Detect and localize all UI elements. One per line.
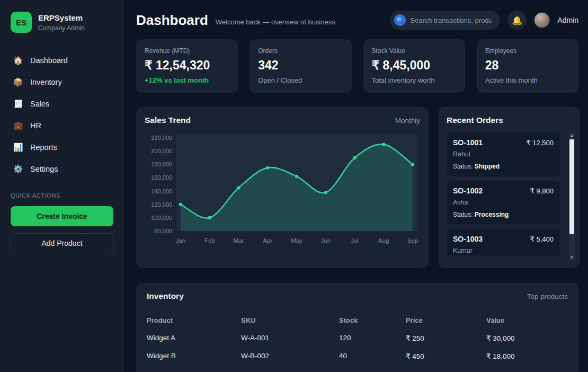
orders-scrollbar[interactable]: ▲ ▼	[569, 132, 575, 261]
svg-text:Jan: Jan	[176, 237, 186, 244]
header-actions: 🔍 🔔 Admin	[390, 11, 578, 30]
kpi-label: Employees	[485, 47, 570, 55]
column-header: Product	[147, 316, 241, 324]
create-invoice-button[interactable]: Create Invoice	[11, 206, 113, 226]
cell-price: ₹ 250	[406, 334, 486, 342]
sidebar-item-label: Sales	[30, 100, 49, 108]
order-amount: ₹ 9,800	[530, 187, 554, 195]
svg-text:160,000: 160,000	[151, 174, 172, 181]
order-status: Status: Shipped	[453, 163, 554, 170]
sidebar-item-dashboard[interactable]: 🏠 Dashboard	[11, 53, 113, 68]
app-root: ES ERPSystem Company Admin 🏠 Dashboard 📦…	[0, 0, 588, 372]
svg-text:220,000: 220,000	[151, 135, 172, 141]
sales-trend-title: Sales Trend	[145, 116, 191, 125]
column-header: SKU	[241, 316, 339, 324]
cell-product: Widget B	[147, 352, 241, 360]
sidebar-item-sales[interactable]: 🧾 Sales	[11, 96, 113, 111]
sidebar-item-reports[interactable]: 📊 Reports	[11, 140, 113, 155]
sidebar-nav: 🏠 Dashboard 📦 Inventory 🧾 Sales 💼 HR 📊 R…	[11, 53, 113, 176]
kpi-label: Orders	[258, 47, 343, 55]
cell-sku: W-A-001	[241, 334, 339, 342]
svg-text:Apr: Apr	[263, 237, 272, 244]
app-name: ERPSystem	[38, 13, 85, 22]
cell-product: Widget A	[147, 334, 241, 342]
app-logo: ES	[11, 12, 32, 33]
sidebar-item-inventory[interactable]: 📦 Inventory	[11, 75, 113, 90]
svg-text:100,000: 100,000	[151, 215, 172, 221]
kpi-value: 342	[258, 58, 343, 73]
page-title: Dashboard	[136, 12, 208, 29]
inventory-subtitle: Top products	[527, 293, 568, 300]
kpi-subtext: Active this month	[485, 76, 570, 84]
svg-text:80,000: 80,000	[154, 228, 172, 234]
search-input[interactable]	[410, 16, 492, 24]
inventory-table: Product SKU Stock Price Value Widget A W…	[147, 312, 568, 365]
scrollbar-up-arrow[interactable]: ▲	[569, 132, 575, 139]
order-list-item[interactable]: SO-1002 ₹ 9,800 Asha Status: Processing	[447, 181, 560, 224]
svg-text:180,000: 180,000	[151, 161, 172, 167]
column-header: Value	[486, 316, 568, 324]
sidebar-item-label: Settings	[30, 165, 58, 173]
app-subtitle: Company Admin	[38, 24, 85, 32]
order-amount: ₹ 12,500	[526, 139, 554, 147]
order-status: Status: Processing	[453, 211, 554, 218]
orders-list: SO-1001 ₹ 12,500 Rahul Status: Shipped S…	[447, 132, 572, 255]
order-list-item[interactable]: SO-1001 ₹ 12,500 Rahul Status: Shipped	[447, 132, 560, 176]
sales-icon: 🧾	[13, 99, 23, 109]
page-subtitle: Welcome back — overview of business	[216, 18, 335, 26]
order-id: SO-1001	[453, 138, 483, 147]
table-row: Widget B W-B-002 40 ₹ 450 ₹ 18,000	[147, 347, 568, 365]
svg-text:200,000: 200,000	[151, 148, 172, 154]
kpi-card-stock-value: Stock Value ₹ 8,45,000 Total inventory w…	[363, 39, 465, 93]
order-id: SO-1003	[453, 235, 483, 243]
add-product-button[interactable]: Add Product	[11, 233, 113, 253]
kpi-subtext: Total inventory worth	[372, 76, 457, 84]
brand: ES ERPSystem Company Admin	[11, 12, 113, 33]
avatar[interactable]	[534, 12, 550, 28]
column-header: Price	[406, 316, 486, 324]
svg-text:Mar: Mar	[234, 237, 244, 244]
cell-stock: 40	[339, 352, 406, 360]
search-bar[interactable]: 🔍	[390, 11, 500, 30]
kpi-label: Stock Value	[372, 47, 457, 55]
cell-sku: W-B-002	[241, 352, 339, 360]
page-header: Dashboard Welcome back — overview of bus…	[136, 8, 578, 32]
inventory-icon: 📦	[13, 77, 23, 87]
settings-gear-icon: ⚙️	[13, 164, 23, 174]
recent-orders-card: Recent Orders SO-1001 ₹ 12,500 Rahul Sta…	[438, 107, 580, 268]
svg-text:Aug: Aug	[378, 237, 389, 244]
kpi-value: 28	[485, 58, 570, 73]
kpi-card-employees: Employees 28 Active this month	[477, 39, 578, 93]
sidebar-item-label: Reports	[30, 143, 57, 152]
sidebar-item-hr[interactable]: 💼 HR	[11, 118, 113, 133]
order-list-item[interactable]: SO-1003 ₹ 5,400 Kumar Status: Delivered	[447, 229, 560, 255]
recent-orders-title: Recent Orders	[447, 116, 503, 125]
cell-value: ₹ 30,000	[486, 334, 568, 342]
sidebar: ES ERPSystem Company Admin 🏠 Dashboard 📦…	[0, 0, 124, 372]
order-id: SO-1002	[453, 187, 483, 195]
sales-trend-card: Sales Trend Monthly 220,000200,000180,00…	[136, 107, 429, 268]
sidebar-item-label: Dashboard	[30, 56, 68, 65]
period-selector[interactable]: Monthly	[395, 117, 420, 125]
sidebar-item-settings[interactable]: ⚙️ Settings	[11, 162, 113, 176]
cell-value: ₹ 18,000	[486, 352, 568, 360]
svg-text:140,000: 140,000	[151, 188, 172, 194]
table-header-row: Product SKU Stock Price Value	[147, 312, 568, 329]
order-customer: Asha	[453, 199, 554, 206]
scrollbar-thumb[interactable]	[569, 139, 574, 234]
svg-text:Jun: Jun	[321, 237, 331, 244]
user-label[interactable]: Admin	[557, 16, 578, 24]
svg-text:120,000: 120,000	[151, 201, 172, 208]
svg-text:Jul: Jul	[351, 237, 359, 244]
sidebar-item-label: HR	[30, 121, 41, 130]
order-customer: Rahul	[453, 150, 554, 158]
sidebar-item-label: Inventory	[30, 78, 62, 86]
kpi-subtext: Open / Closed	[258, 76, 343, 84]
hr-icon: 💼	[13, 121, 23, 130]
scrollbar-down-arrow[interactable]: ▼	[569, 254, 575, 261]
search-icon: 🔍	[394, 14, 406, 26]
table-row: Widget A W-A-001 120 ₹ 250 ₹ 30,000	[147, 329, 568, 347]
bell-icon: 🔔	[512, 15, 522, 25]
kpi-card-revenue: Revenue (MTD) ₹ 12,54,320 +12% vs last m…	[136, 39, 238, 93]
notifications-button[interactable]: 🔔	[507, 11, 527, 30]
